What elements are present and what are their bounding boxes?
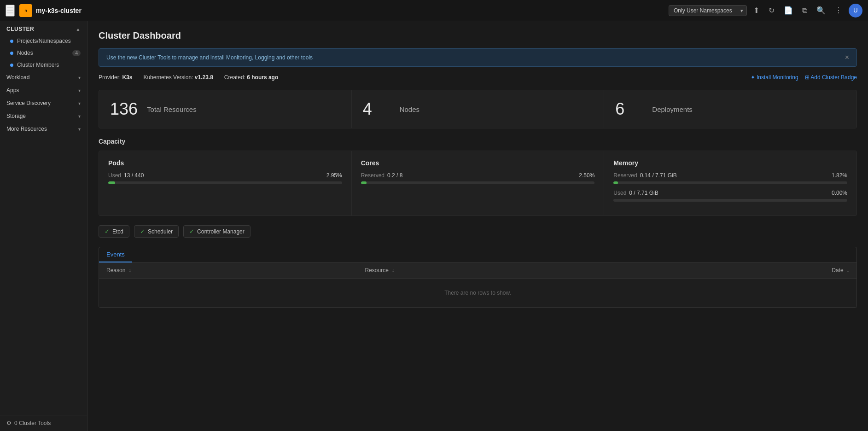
cluster-chevron-icon: ▲	[76, 27, 81, 32]
stat-card-deployments: 6 Deployments	[604, 90, 856, 128]
status-chip-scheduler: ✓ Scheduler	[134, 225, 179, 238]
pods-progress-fill	[108, 181, 115, 184]
workload-chevron-icon: ▾	[78, 75, 81, 80]
meta-actions: ✦ Install Monitoring ⊞ Add Cluster Badge	[751, 74, 857, 81]
events-tab-row: Events	[99, 247, 856, 262]
stat-card-nodes: 4 Nodes	[352, 90, 604, 128]
total-resources-number: 136	[110, 99, 138, 119]
status-chips: ✓ Etcd ✓ Scheduler ✓ Controller Manager	[99, 225, 857, 238]
col-reason[interactable]: Reason ↕	[99, 262, 358, 279]
status-chip-controller-manager: ✓ Controller Manager	[183, 225, 250, 238]
file-button[interactable]: 📄	[781, 4, 796, 17]
main-inner: Cluster Dashboard Use the new Cluster To…	[87, 21, 868, 317]
events-table-head: Reason ↕ Resource ↕ Date ↓	[99, 262, 856, 279]
sidebar-cluster-header[interactable]: Cluster ▲	[0, 21, 87, 35]
events-table: Reason ↕ Resource ↕ Date ↓	[99, 262, 856, 308]
memory-reserved-progress-fill	[613, 181, 618, 184]
install-monitoring-link[interactable]: ✦ Install Monitoring	[751, 74, 798, 81]
memory-title: Memory	[613, 159, 847, 167]
stat-cards: 136 Total Resources 4 Nodes 6 Deployment…	[99, 90, 857, 128]
storage-chevron-icon: ▾	[78, 114, 81, 119]
refresh-button[interactable]: ↻	[766, 4, 777, 17]
upload-button[interactable]: ⬆	[751, 4, 762, 17]
more-button[interactable]: ⋮	[832, 4, 845, 17]
svg-text:R: R	[24, 9, 27, 12]
date-sort-icon: ↓	[847, 268, 849, 273]
etcd-check-icon: ✓	[105, 228, 110, 235]
col-date[interactable]: Date ↓	[646, 262, 856, 279]
status-chip-etcd: ✓ Etcd	[99, 225, 129, 238]
sidebar-item-projects[interactable]: Projects/Namespaces	[0, 35, 87, 47]
cluster-tools-footer[interactable]: ⚙ 0 Cluster Tools	[0, 415, 87, 431]
namespace-select[interactable]: Only User Namespaces	[669, 5, 747, 16]
more-resources-chevron-icon: ▾	[78, 127, 81, 132]
pods-progress-bg	[108, 181, 342, 184]
sidebar-item-nodes[interactable]: Nodes 4	[0, 47, 87, 59]
capacity-card-pods: Pods Used 13 / 440 2.95%	[99, 151, 351, 216]
namespace-selector-wrapper: Only User Namespaces	[669, 5, 747, 16]
capacity-section-title: Capacity	[99, 138, 857, 145]
topbar-actions: Only User Namespaces ⬆ ↻ 📄 ⧉ 🔍 ⋮ U	[669, 4, 862, 17]
events-tab[interactable]: Events	[99, 247, 132, 262]
memory-used-progress-bg	[613, 199, 847, 202]
events-table-header-row: Reason ↕ Resource ↕ Date ↓	[99, 262, 856, 279]
sidebar: Cluster ▲ Projects/Namespaces Nodes 4 Cl…	[0, 21, 87, 431]
cores-title: Cores	[361, 159, 595, 167]
stat-card-total-resources: 136 Total Resources	[99, 90, 351, 128]
sidebar-nav-storage[interactable]: Storage ▾	[0, 110, 87, 122]
cores-progress-bg	[361, 181, 595, 184]
cores-reserved-row: Reserved 0.2 / 8 2.50%	[361, 172, 595, 179]
scheduler-check-icon: ✓	[140, 228, 145, 235]
provider-label: Provider: K3s	[99, 74, 132, 81]
resource-sort-icon: ↕	[392, 268, 394, 273]
info-banner: Use the new Cluster Tools to manage and …	[99, 48, 857, 67]
sidebar-nav-workload[interactable]: Workload ▾	[0, 71, 87, 84]
gear-icon: ⚙	[6, 420, 12, 426]
apps-chevron-icon: ▾	[78, 88, 81, 93]
page-title: Cluster Dashboard	[99, 30, 857, 41]
nodes-label: Nodes	[400, 105, 419, 113]
sidebar-nav-more-resources[interactable]: More Resources ▾	[0, 122, 87, 135]
cores-progress-fill	[361, 181, 367, 184]
events-section: Events Reason ↕ Resource ↕	[99, 247, 857, 308]
capacity-card-cores: Cores Reserved 0.2 / 8 2.50%	[352, 151, 604, 216]
add-cluster-badge-link[interactable]: ⊞ Add Cluster Badge	[805, 74, 857, 81]
topbar: ☰ R my-k3s-cluster Only User Namespaces …	[0, 0, 868, 21]
total-resources-label: Total Resources	[147, 105, 197, 113]
controller-manager-check-icon: ✓	[189, 228, 194, 235]
reason-sort-icon: ↕	[129, 268, 131, 273]
banner-close-button[interactable]: ×	[845, 53, 849, 62]
pods-used-row: Used 13 / 440 2.95%	[108, 172, 342, 179]
capacity-cards: Pods Used 13 / 440 2.95% Cores	[99, 151, 857, 216]
search-button[interactable]: 🔍	[814, 4, 828, 17]
projects-dot-icon	[10, 40, 13, 43]
events-empty-row: There are no rows to show.	[99, 279, 856, 308]
sidebar-nav-service-discovery[interactable]: Service Discovery ▾	[0, 97, 87, 110]
memory-reserved-progress-bg	[613, 181, 847, 184]
members-dot-icon	[10, 64, 13, 67]
app-logo: R	[19, 4, 32, 17]
created-label: Created: 6 hours ago	[224, 74, 278, 81]
memory-used-row: Used 0 / 7.71 GiB 0.00%	[613, 190, 847, 196]
deployments-label: Deployments	[652, 105, 693, 113]
copy-button[interactable]: ⧉	[799, 5, 810, 17]
banner-text: Use the new Cluster Tools to manage and …	[106, 54, 313, 61]
events-table-body: There are no rows to show.	[99, 279, 856, 308]
cluster-name: my-k3s-cluster	[36, 7, 669, 14]
app-layout: Cluster ▲ Projects/Namespaces Nodes 4 Cl…	[0, 21, 868, 431]
events-empty-message: There are no rows to show.	[99, 279, 856, 308]
nodes-dot-icon	[10, 52, 13, 55]
capacity-card-memory: Memory Reserved 0.14 / 7.71 GiB 1.82% U	[604, 151, 856, 216]
deployments-number: 6	[615, 99, 643, 119]
pods-title: Pods	[108, 159, 342, 167]
k8s-version-label: Kubernetes Version: v1.23.8	[143, 74, 213, 81]
hamburger-button[interactable]: ☰	[6, 5, 15, 17]
user-avatar[interactable]: U	[849, 4, 862, 17]
memory-reserved-row: Reserved 0.14 / 7.71 GiB 1.82%	[613, 172, 847, 179]
main-content: Cluster Dashboard Use the new Cluster To…	[87, 21, 868, 431]
sidebar-nav-apps[interactable]: Apps ▾	[0, 84, 87, 97]
meta-row: Provider: K3s Kubernetes Version: v1.23.…	[99, 74, 857, 81]
sidebar-item-cluster-members[interactable]: Cluster Members	[0, 59, 87, 71]
nodes-number: 4	[363, 99, 390, 119]
col-resource[interactable]: Resource ↕	[358, 262, 647, 279]
